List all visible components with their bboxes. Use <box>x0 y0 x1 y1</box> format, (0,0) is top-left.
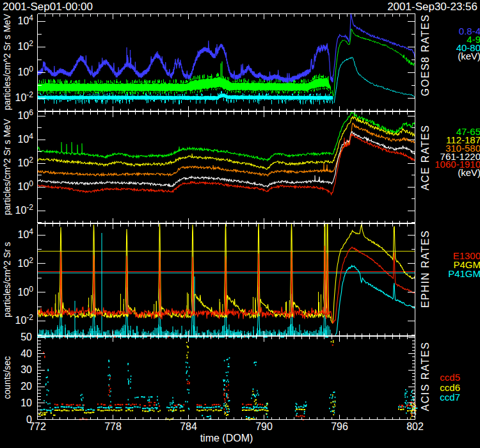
svg-text:(keV): (keV) <box>458 51 480 61</box>
svg-text:counts/sec: counts/sec <box>2 356 12 399</box>
svg-text:802: 802 <box>406 421 424 432</box>
svg-text:40: 40 <box>20 348 32 359</box>
svg-text:(keV): (keV) <box>458 167 480 178</box>
svg-text:ccd7: ccd7 <box>440 392 460 403</box>
svg-text:particles/cm^2 Sr s MeV: particles/cm^2 Sr s MeV <box>2 13 12 110</box>
svg-text:2001-Sep01-00:00: 2001-Sep01-00:00 <box>3 1 93 13</box>
svg-text:50: 50 <box>20 332 32 342</box>
svg-text:EPHIN RATES: EPHIN RATES <box>420 230 431 308</box>
svg-text:GOES8 RATES: GOES8 RATES <box>420 14 431 96</box>
svg-text:796: 796 <box>331 421 348 432</box>
svg-text:2001-Sep30-23:56: 2001-Sep30-23:56 <box>387 1 477 13</box>
svg-text:790: 790 <box>255 421 273 432</box>
svg-text:778: 778 <box>104 421 122 432</box>
svg-text:20: 20 <box>20 381 32 392</box>
svg-text:784: 784 <box>180 421 197 432</box>
svg-text:772: 772 <box>29 421 46 432</box>
svg-text:particles/cm^2 Sr s: particles/cm^2 Sr s <box>2 242 12 317</box>
svg-text:ACIS RATES: ACIS RATES <box>420 342 431 412</box>
svg-text:time (DOM): time (DOM) <box>200 433 253 444</box>
svg-text:10: 10 <box>20 397 32 408</box>
svg-text:ccd5: ccd5 <box>440 372 460 383</box>
svg-text:particles/cm^2 Sr s MeV: particles/cm^2 Sr s MeV <box>2 118 12 215</box>
svg-text:30: 30 <box>20 364 32 375</box>
svg-text:ACE RATES: ACE RATES <box>420 125 431 191</box>
svg-text:P41GM: P41GM <box>448 268 480 279</box>
